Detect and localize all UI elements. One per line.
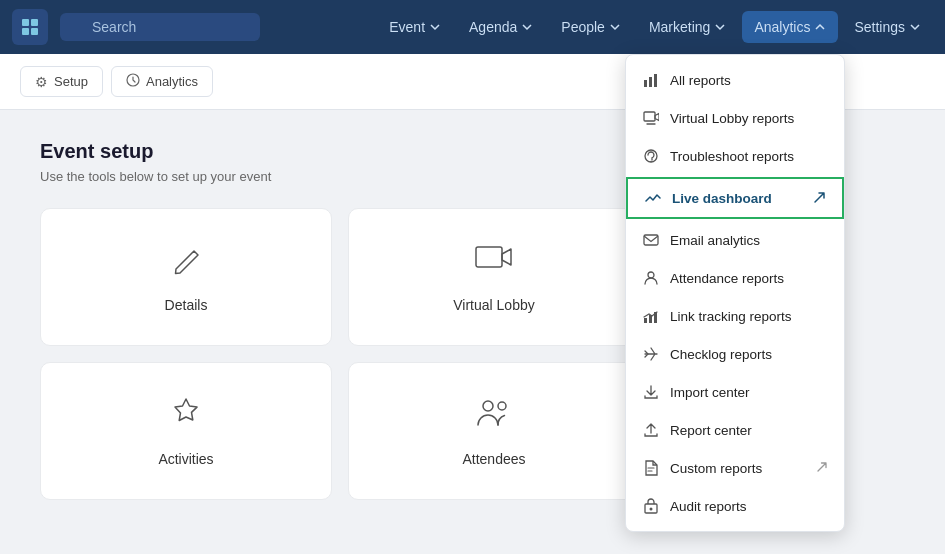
- analytics-dropdown: All reports Virtual Lobby reports Troubl…: [625, 54, 845, 532]
- card-virtual-lobby[interactable]: Virtual Lobby: [348, 208, 640, 346]
- attendees-label: Attendees: [462, 451, 525, 467]
- svg-rect-11: [644, 112, 655, 121]
- dropdown-item-audit-reports[interactable]: Audit reports: [626, 487, 844, 525]
- nav-item-settings[interactable]: Settings: [842, 11, 933, 43]
- attendance-reports-label: Attendance reports: [670, 271, 828, 286]
- activities-label: Activities: [158, 451, 213, 467]
- svg-rect-9: [649, 77, 652, 87]
- search-input[interactable]: [92, 19, 252, 35]
- nav-item-event[interactable]: Event: [377, 11, 453, 43]
- svg-rect-3: [31, 28, 38, 35]
- live-dashboard-label: Live dashboard: [672, 191, 803, 206]
- dropdown-item-email-analytics[interactable]: Email analytics: [626, 221, 844, 259]
- link-tracking-reports-label: Link tracking reports: [670, 309, 828, 324]
- svg-point-12: [650, 161, 651, 162]
- activities-icon: [168, 395, 204, 439]
- svg-rect-10: [654, 74, 657, 87]
- custom-reports-ext-icon: [816, 461, 828, 475]
- live-dashboard-icon: [644, 189, 662, 207]
- report-center-label: Report center: [670, 423, 828, 438]
- svg-point-7: [498, 402, 506, 410]
- troubleshoot-reports-label: Troubleshoot reports: [670, 149, 828, 164]
- nav-item-people[interactable]: People: [549, 11, 633, 43]
- svg-point-6: [483, 401, 493, 411]
- import-center-label: Import center: [670, 385, 828, 400]
- report-center-icon: [642, 421, 660, 439]
- svg-rect-15: [644, 318, 647, 323]
- virtual-lobby-reports-label: Virtual Lobby reports: [670, 111, 828, 126]
- svg-rect-1: [31, 19, 38, 26]
- app-logo: [12, 9, 48, 45]
- search-box: [60, 13, 260, 41]
- nav-item-marketing[interactable]: Marketing: [637, 11, 738, 43]
- troubleshoot-reports-icon: [642, 147, 660, 165]
- dropdown-item-checklog-reports[interactable]: Checklog reports: [626, 335, 844, 373]
- dropdown-item-report-center[interactable]: Report center: [626, 411, 844, 449]
- nav-item-analytics[interactable]: Analytics: [742, 11, 838, 43]
- virtual-lobby-reports-icon: [642, 109, 660, 127]
- analytics-sub-icon: [126, 73, 140, 90]
- dropdown-item-link-tracking-reports[interactable]: Link tracking reports: [626, 297, 844, 335]
- attendance-reports-icon: [642, 269, 660, 287]
- svg-rect-13: [644, 235, 658, 245]
- import-center-icon: [642, 383, 660, 401]
- dropdown-item-all-reports[interactable]: All reports: [626, 61, 844, 99]
- email-analytics-icon: [642, 231, 660, 249]
- dropdown-item-import-center[interactable]: Import center: [626, 373, 844, 411]
- virtual-lobby-label: Virtual Lobby: [453, 297, 534, 313]
- custom-reports-icon: [642, 459, 660, 477]
- search-wrapper: 🔍: [60, 13, 260, 41]
- live-dashboard-ext-icon: [813, 191, 826, 206]
- card-attendees[interactable]: Attendees: [348, 362, 640, 500]
- navbar: 🔍 Event Agenda People Marketing Analytic…: [0, 0, 945, 54]
- dropdown-item-custom-reports[interactable]: Custom reports: [626, 449, 844, 487]
- dropdown-item-attendance-reports[interactable]: Attendance reports: [626, 259, 844, 297]
- dropdown-item-virtual-lobby-reports[interactable]: Virtual Lobby reports: [626, 99, 844, 137]
- dropdown-item-live-dashboard[interactable]: Live dashboard: [626, 177, 844, 219]
- audit-reports-label: Audit reports: [670, 499, 828, 514]
- cards-grid: Details Virtual Lobby Activities: [40, 208, 640, 500]
- svg-point-19: [650, 508, 653, 511]
- nav-items: Event Agenda People Marketing Analytics …: [280, 11, 933, 43]
- email-analytics-label: Email analytics: [670, 233, 828, 248]
- svg-point-14: [648, 272, 654, 278]
- svg-rect-0: [22, 19, 29, 26]
- svg-rect-8: [644, 80, 647, 87]
- setup-button[interactable]: ⚙ Setup: [20, 66, 103, 97]
- audit-reports-icon: [642, 497, 660, 515]
- checklog-reports-icon: [642, 345, 660, 363]
- dropdown-item-troubleshoot-reports[interactable]: Troubleshoot reports: [626, 137, 844, 175]
- card-activities[interactable]: Activities: [40, 362, 332, 500]
- setup-icon: ⚙: [35, 74, 48, 90]
- details-icon: [168, 241, 204, 285]
- svg-rect-2: [22, 28, 29, 35]
- checklog-reports-label: Checklog reports: [670, 347, 828, 362]
- analytics-button[interactable]: Analytics: [111, 66, 213, 97]
- link-tracking-reports-icon: [642, 307, 660, 325]
- details-label: Details: [165, 297, 208, 313]
- svg-rect-5: [476, 247, 502, 267]
- nav-item-agenda[interactable]: Agenda: [457, 11, 545, 43]
- card-details[interactable]: Details: [40, 208, 332, 346]
- custom-reports-label: Custom reports: [670, 461, 806, 476]
- all-reports-icon: [642, 71, 660, 89]
- all-reports-label: All reports: [670, 73, 828, 88]
- attendees-icon: [474, 395, 514, 439]
- virtual-lobby-icon: [474, 241, 514, 285]
